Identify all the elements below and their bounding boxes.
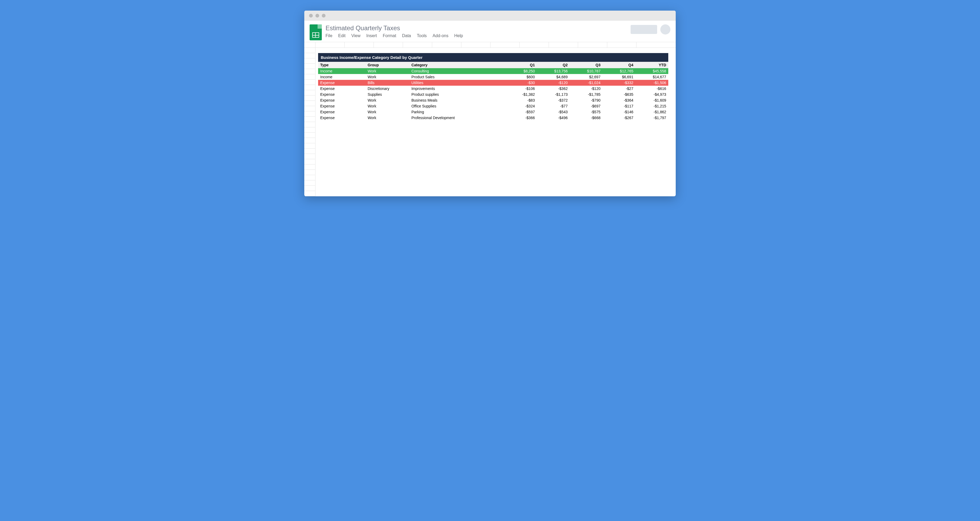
col-category[interactable]: Category xyxy=(409,62,504,68)
cell-q1[interactable]: -$1,382 xyxy=(504,92,537,97)
row-number[interactable] xyxy=(304,48,315,53)
table-row[interactable]: ExpenseBillsUtilities-$30-$120-$1,024-$3… xyxy=(318,80,668,86)
cell-ytd[interactable]: $14,677 xyxy=(635,74,668,80)
cell-q4[interactable]: -$117 xyxy=(603,103,635,109)
cell-group[interactable]: Work xyxy=(366,68,409,74)
cell-category[interactable]: Professional Development xyxy=(409,115,504,121)
col-type[interactable]: Type xyxy=(318,62,366,68)
row-number[interactable] xyxy=(304,122,315,127)
cell-q2[interactable]: -$362 xyxy=(537,86,570,92)
row-number[interactable] xyxy=(304,117,315,122)
column-header[interactable] xyxy=(461,42,490,48)
cell-q2[interactable]: -$372 xyxy=(537,97,570,103)
cell-group[interactable]: Work xyxy=(366,97,409,103)
cell-q2[interactable]: -$543 xyxy=(537,109,570,115)
cell-q3[interactable]: -$697 xyxy=(570,103,603,109)
cell-group[interactable]: Supplies xyxy=(366,92,409,97)
cell-q1[interactable]: $600 xyxy=(504,74,537,80)
column-header[interactable] xyxy=(315,42,345,48)
row-number[interactable] xyxy=(304,85,315,90)
cell-q2[interactable]: -$1,173 xyxy=(537,92,570,97)
cell-category[interactable]: Product Sales xyxy=(409,74,504,80)
window-close-button[interactable] xyxy=(309,14,313,17)
cell-group[interactable]: Work xyxy=(366,115,409,121)
cell-q4[interactable]: -$332 xyxy=(603,80,635,86)
row-number[interactable] xyxy=(304,90,315,95)
cell-q4[interactable]: -$364 xyxy=(603,97,635,103)
cell-type[interactable]: Expense xyxy=(318,109,366,115)
cell-q3[interactable]: -$575 xyxy=(570,109,603,115)
cell-ytd[interactable]: -$616 xyxy=(635,86,668,92)
col-q4[interactable]: Q4 xyxy=(603,62,635,68)
row-number[interactable] xyxy=(304,159,315,164)
cell-category[interactable]: Consulting xyxy=(409,68,504,74)
cell-q1[interactable]: $8,250 xyxy=(504,68,537,74)
cell-group[interactable]: Discretionary xyxy=(366,86,409,92)
row-number[interactable] xyxy=(304,170,315,175)
row-number[interactable] xyxy=(304,154,315,159)
cell-ytd[interactable]: -$4,973 xyxy=(635,92,668,97)
cell-ytd[interactable]: -$1,862 xyxy=(635,109,668,115)
menu-edit[interactable]: Edit xyxy=(338,33,346,38)
cell-q3[interactable]: -$790 xyxy=(570,97,603,103)
table-row[interactable]: IncomeWorkProduct Sales$600$4,689$2,697$… xyxy=(318,74,668,80)
cell-type[interactable]: Income xyxy=(318,74,366,80)
row-number[interactable] xyxy=(304,164,315,170)
cell-q3[interactable]: $2,697 xyxy=(570,74,603,80)
row-number[interactable] xyxy=(304,133,315,138)
cell-type[interactable]: Income xyxy=(318,68,366,74)
column-header[interactable] xyxy=(345,42,374,48)
cell-q3[interactable]: -$668 xyxy=(570,115,603,121)
row-number[interactable] xyxy=(304,143,315,149)
row-number[interactable] xyxy=(304,74,315,79)
table-row[interactable]: IncomeWorkConsulting$8,250$13,756$10,787… xyxy=(318,68,668,74)
cell-ytd[interactable]: -$1,609 xyxy=(635,97,668,103)
cell-q4[interactable]: $6,691 xyxy=(603,74,635,80)
cell-category[interactable]: Utilities xyxy=(409,80,504,86)
column-header[interactable] xyxy=(607,42,636,48)
cell-type[interactable]: Expense xyxy=(318,86,366,92)
cell-ytd[interactable]: -$1,506 xyxy=(635,80,668,86)
column-header[interactable] xyxy=(432,42,461,48)
cell-q1[interactable]: -$324 xyxy=(504,103,537,109)
cell-ytd[interactable]: -$1,215 xyxy=(635,103,668,109)
cell-q4[interactable]: -$27 xyxy=(603,86,635,92)
row-number[interactable] xyxy=(304,180,315,186)
cell-q4[interactable]: $12,765 xyxy=(603,68,635,74)
row-number[interactable] xyxy=(304,106,315,111)
col-group[interactable]: Group xyxy=(366,62,409,68)
row-number[interactable] xyxy=(304,53,315,58)
menu-data[interactable]: Data xyxy=(402,33,411,38)
cell-q3[interactable]: -$1,024 xyxy=(570,80,603,86)
cell-q2[interactable]: $13,756 xyxy=(537,68,570,74)
cell-q2[interactable]: -$120 xyxy=(537,80,570,86)
column-header[interactable] xyxy=(490,42,520,48)
row-number[interactable] xyxy=(304,58,315,64)
cell-q4[interactable]: -$267 xyxy=(603,115,635,121)
cell-q3[interactable]: $10,787 xyxy=(570,68,603,74)
cell-category[interactable]: Product supplies xyxy=(409,92,504,97)
cell-category[interactable]: Business Meals xyxy=(409,97,504,103)
row-number[interactable] xyxy=(304,186,315,191)
share-button[interactable] xyxy=(631,25,657,34)
row-number[interactable] xyxy=(304,138,315,143)
account-avatar[interactable] xyxy=(660,24,670,35)
cell-q4[interactable]: -$635 xyxy=(603,92,635,97)
menu-view[interactable]: View xyxy=(351,33,360,38)
row-number[interactable] xyxy=(304,69,315,74)
cell-q2[interactable]: -$77 xyxy=(537,103,570,109)
cell-type[interactable]: Expense xyxy=(318,103,366,109)
cell-group[interactable]: Work xyxy=(366,103,409,109)
column-header[interactable] xyxy=(374,42,403,48)
cell-q1[interactable]: -$106 xyxy=(504,86,537,92)
cell-q2[interactable]: $4,689 xyxy=(537,74,570,80)
cell-q2[interactable]: -$496 xyxy=(537,115,570,121)
table-row[interactable]: ExpenseDiscretionaryImprovements-$106-$3… xyxy=(318,86,668,92)
cell-q1[interactable]: -$366 xyxy=(504,115,537,121)
table-row[interactable]: ExpenseWorkProfessional Development-$366… xyxy=(318,115,668,121)
row-number[interactable] xyxy=(304,127,315,133)
cell-ytd[interactable]: -$1,797 xyxy=(635,115,668,121)
menu-format[interactable]: Format xyxy=(383,33,396,38)
col-q1[interactable]: Q1 xyxy=(504,62,537,68)
row-number[interactable] xyxy=(304,191,315,196)
